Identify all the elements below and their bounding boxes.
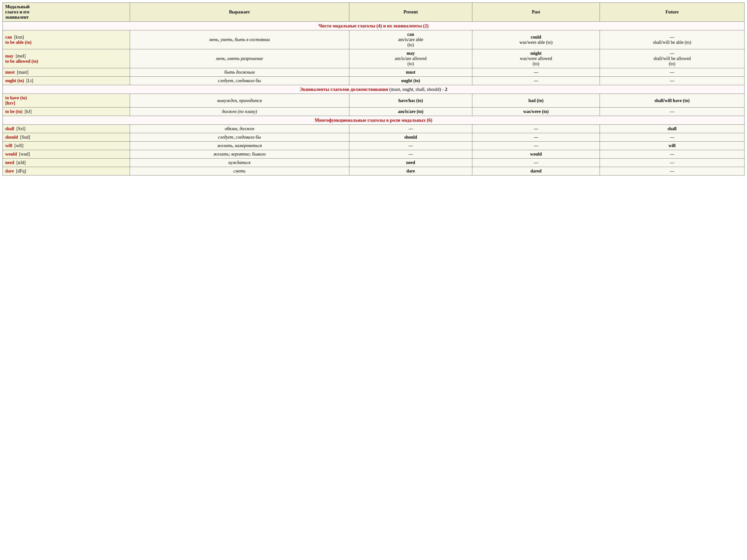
present-will: --- (349, 142, 472, 150)
table-row: shall [Sxl] обязан, должен --- --- shall (3, 125, 745, 133)
verb-need: need [nJd] (3, 159, 130, 167)
meaning-may: мочь, иметь разрешение (130, 49, 349, 68)
section-header-3: Многофункциональные глаголы в роли модал… (3, 116, 745, 125)
meaning-must: быть должным (130, 68, 349, 77)
future-can: ---shall/will be able (to) (600, 30, 745, 49)
past-would: would (472, 150, 599, 159)
table-row: need [nJd] нуждаться need --- --- (3, 159, 745, 167)
table-row: must [mast] быть должным must --- --- (3, 68, 745, 77)
past-should: --- (472, 133, 599, 142)
table-row: dare [dFq] сметь dare dared --- (3, 167, 745, 176)
future-be-to: --- (600, 108, 745, 116)
past-ought: --- (472, 77, 599, 85)
past-can: couldwas/were able (to) (472, 30, 599, 49)
future-must: --- (600, 68, 745, 77)
meaning-can: мочь, уметь, быть в состоянии (130, 30, 349, 49)
meaning-will: желать, намереваться (130, 142, 349, 150)
present-should: should (349, 133, 472, 142)
section-header-1-text: Чисто модальные глаголы (4) и их эквивал… (3, 22, 745, 30)
present-be-to: am/is/are (to) (349, 108, 472, 116)
verb-have-to: to have (to) [hxv] (3, 94, 130, 108)
meaning-shall: обязан, должен (130, 125, 349, 133)
future-should: --- (600, 133, 745, 142)
future-need: --- (600, 159, 745, 167)
verb-may: may [meI] to be allowed (to) (3, 49, 130, 68)
past-must: --- (472, 68, 599, 77)
future-would: --- (600, 150, 745, 159)
verb-can: can [kxn] to be able (to) (3, 30, 130, 49)
verb-must: must [mast] (3, 68, 130, 77)
past-shall: --- (472, 125, 599, 133)
past-need: --- (472, 159, 599, 167)
meaning-would: желать; вероятно; бывало (130, 150, 349, 159)
header-present: Present (349, 3, 472, 22)
future-will: will (600, 142, 745, 150)
past-will: --- (472, 142, 599, 150)
present-shall: --- (349, 125, 472, 133)
header-past: Past (472, 3, 599, 22)
verb-shall: shall [Sxl] (3, 125, 130, 133)
meaning-should: следует, следовало бы (130, 133, 349, 142)
present-can: canam/is/are able(to) (349, 30, 472, 49)
meaning-need: нуждаться (130, 159, 349, 167)
verb-would: would [wud] (3, 150, 130, 159)
future-dare: --- (600, 167, 745, 176)
past-may: mightwas/were allowed(to) (472, 49, 599, 68)
table-row: may [meI] to be allowed (to) мочь, иметь… (3, 49, 745, 68)
meaning-have-to: вынужден, приходится (130, 94, 349, 108)
section-header-2: Эквиваленты глаголов долженствования (mu… (3, 85, 745, 94)
meaning-dare: сметь (130, 167, 349, 176)
table-header-row: Модальныйглагол и егоэквивалент Выражает… (3, 3, 745, 22)
present-need: need (349, 159, 472, 167)
verb-dare: dare [dFq] (3, 167, 130, 176)
section-header-3-text: Многофункциональные глаголы в роли модал… (3, 116, 745, 125)
section-header-1: Чисто модальные глаголы (4) и их эквивал… (3, 22, 745, 30)
past-dare: dared (472, 167, 599, 176)
table-row: can [kxn] to be able (to) мочь, уметь, б… (3, 30, 745, 49)
present-would: --- (349, 150, 472, 159)
table-row: would [wud] желать; вероятно; бывало ---… (3, 150, 745, 159)
verb-ought: ought (to) [Lt] (3, 77, 130, 85)
table-row: to have (to) [hxv] вынужден, приходится … (3, 94, 745, 108)
header-future: Future (600, 3, 745, 22)
meaning-be-to: должен (по плану) (130, 108, 349, 116)
past-be-to: was/were (to) (472, 108, 599, 116)
present-have-to: have/has (to) (349, 94, 472, 108)
past-have-to: had (to) (472, 94, 599, 108)
present-ought: ought (to) (349, 77, 472, 85)
table-row: to be (to) [bJ] должен (по плану) am/is/… (3, 108, 745, 116)
section-header-2-text: Эквиваленты глаголов долженствования (mu… (3, 85, 745, 94)
table-row: should [Sud] следует, следовало бы shoul… (3, 133, 745, 142)
verb-should: should [Sud] (3, 133, 130, 142)
present-may: mayam/is/are allowed(to) (349, 49, 472, 68)
verb-be-to: to be (to) [bJ] (3, 108, 130, 116)
table-row: will [wIl] желать, намереваться --- --- … (3, 142, 745, 150)
present-must: must (349, 68, 472, 77)
meaning-ought: следует, следовало бы (130, 77, 349, 85)
future-may: ---shall/will be allowed(to) (600, 49, 745, 68)
header-verb: Модальныйглагол и егоэквивалент (3, 3, 130, 22)
future-shall: shall (600, 125, 745, 133)
future-have-to: shall/will have (to) (600, 94, 745, 108)
header-meaning: Выражает (130, 3, 349, 22)
future-ought: --- (600, 77, 745, 85)
modal-verbs-table: Модальныйглагол и егоэквивалент Выражает… (2, 2, 745, 176)
verb-will: will [wIl] (3, 142, 130, 150)
present-dare: dare (349, 167, 472, 176)
table-row: ought (to) [Lt] следует, следовало бы ou… (3, 77, 745, 85)
